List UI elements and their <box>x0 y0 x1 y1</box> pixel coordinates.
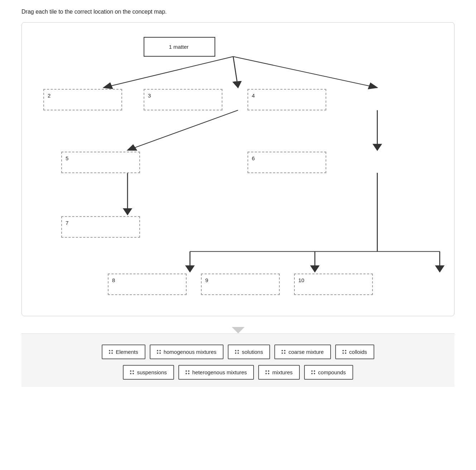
tile-homogenous-label: homogenous mixtures <box>164 349 217 355</box>
concept-map: 1 matter 2 3 4 5 6 7 8 9 10 <box>21 22 455 316</box>
dz7-label: 7 <box>66 220 68 226</box>
svg-line-0 <box>104 57 233 88</box>
drag-icon-heterogenous <box>186 370 189 374</box>
drop-zone-5[interactable]: 5 <box>61 152 140 173</box>
tile-solutions[interactable]: solutions <box>228 345 270 359</box>
dz9-label: 9 <box>205 277 208 283</box>
tiles-area: Elements homogenous mixtures solutions <box>21 333 455 387</box>
dz3-label: 3 <box>148 92 151 99</box>
drag-icon-suspensions <box>130 370 134 374</box>
tiles-row-2: suspensions heterogenous mixtures mixtur… <box>123 365 353 380</box>
svg-line-1 <box>233 57 238 88</box>
tile-mixtures[interactable]: mixtures <box>258 365 300 380</box>
tile-colloids[interactable]: colloids <box>335 345 374 359</box>
tile-heterogenous-label: heterogenous mixtures <box>192 369 247 375</box>
drop-zone-7[interactable]: 7 <box>61 216 140 238</box>
dz2-label: 2 <box>48 92 51 99</box>
tiles-row-1: Elements homogenous mixtures solutions <box>102 345 374 359</box>
drop-zone-10[interactable]: 10 <box>294 274 373 295</box>
tile-suspensions[interactable]: suspensions <box>123 365 174 380</box>
drag-icon-colloids <box>342 350 346 354</box>
drag-icon-elements <box>109 350 113 354</box>
dz10-label: 10 <box>298 277 304 283</box>
tile-suspensions-label: suspensions <box>137 369 167 375</box>
drag-icon-coarse <box>282 350 285 354</box>
dz5-label: 5 <box>66 155 68 161</box>
drag-icon-solutions <box>235 350 239 354</box>
drop-zone-4[interactable]: 4 <box>247 89 326 110</box>
drop-zone-9[interactable]: 9 <box>201 274 280 295</box>
drop-zone-8[interactable]: 8 <box>108 274 187 295</box>
dz8-label: 8 <box>112 277 115 283</box>
tile-elements-label: Elements <box>116 349 138 355</box>
instruction: Drag each tile to the correct location o… <box>21 9 455 15</box>
tile-compounds-label: compounds <box>318 369 346 375</box>
drag-icon-homogenous <box>157 350 161 354</box>
drop-zone-6[interactable]: 6 <box>247 152 326 173</box>
tile-elements[interactable]: Elements <box>102 345 145 359</box>
tile-colloids-label: colloids <box>349 349 367 355</box>
dz6-label: 6 <box>252 155 255 161</box>
tile-coarse-mixture[interactable]: coarse mixture <box>274 345 331 359</box>
drag-icon-mixtures <box>265 370 269 374</box>
tile-homogenous[interactable]: homogenous mixtures <box>150 345 224 359</box>
drop-zone-3[interactable]: 3 <box>144 89 222 110</box>
tile-heterogenous[interactable]: heterogenous mixtures <box>178 365 254 380</box>
svg-line-2 <box>233 57 377 88</box>
drag-icon-compounds <box>311 370 315 374</box>
tile-coarse-label: coarse mixture <box>288 349 323 355</box>
svg-line-3 <box>128 110 238 150</box>
tile-mixtures-label: mixtures <box>272 369 293 375</box>
page-container: Drag each tile to the correct location o… <box>0 0 476 395</box>
tile-solutions-label: solutions <box>242 349 263 355</box>
node-matter-label: 1 matter <box>169 44 188 50</box>
drop-zone-2[interactable]: 2 <box>43 89 122 110</box>
node-matter: 1 matter <box>144 37 215 57</box>
tile-compounds[interactable]: compounds <box>304 365 353 380</box>
dz4-label: 4 <box>252 92 255 99</box>
